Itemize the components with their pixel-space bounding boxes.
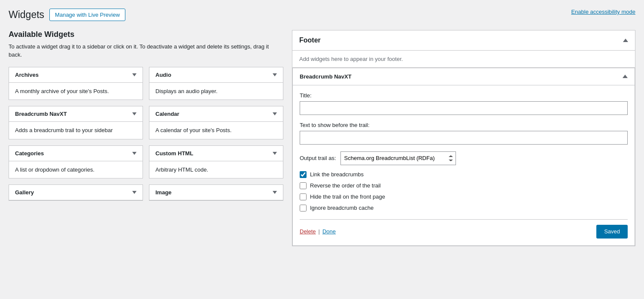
widget-header-calendar[interactable]: Calendar [149,106,283,122]
link-breadcrumbs-label[interactable]: Link the breadcrumbs [310,171,364,178]
page-title-area: Widgets Manage with Live Preview [9,9,125,21]
widget-header-archives[interactable]: Archives [9,67,143,83]
widget-title-calendar: Calendar [155,111,179,117]
ignore-cache-label[interactable]: Ignore breadcrumb cache [310,205,374,211]
widget-header-breadcrumb[interactable]: Breadcrumb NavXT [9,106,143,122]
widget-item-categories[interactable]: Categories A list or dropdown of categor… [9,145,143,179]
widget-header-custom-html[interactable]: Custom HTML [149,146,283,161]
reverse-order-label[interactable]: Reverse the order of the trail [310,182,381,189]
live-preview-button[interactable]: Manage with Live Preview [49,9,125,21]
link-breadcrumbs-row: Link the breadcrumbs [300,171,628,178]
available-widgets-panel: Available Widgets To activate a widget d… [9,30,283,201]
widget-title-image: Image [155,189,172,196]
output-trail-label: Output trail as: [300,155,336,161]
top-bar: Widgets Manage with Live Preview Enable … [9,9,635,21]
collapse-icon[interactable] [623,39,628,42]
widget-desc-audio: Displays an audio player. [149,83,283,100]
footer-actions: Delete | Done [300,228,336,235]
widget-item-custom-html[interactable]: Custom HTML Arbitrary HTML code. [149,145,283,179]
widget-header-gallery[interactable]: Gallery [9,185,143,200]
saved-button[interactable]: Saved [596,225,628,239]
available-widgets-title: Available Widgets [9,30,283,39]
link-breadcrumbs-checkbox[interactable] [300,171,307,178]
delete-link[interactable]: Delete [300,228,316,235]
widget-title-breadcrumb: Breadcrumb NavXT [15,111,67,117]
widget-desc-categories: A list or dropdown of categories. [9,161,143,178]
widget-title-audio: Audio [155,72,171,78]
output-trail-select[interactable]: Schema.org BreadcrumbList (RDFa) Schema.… [340,151,456,165]
chevron-down-icon [132,112,137,115]
checkbox-group: Link the breadcrumbs Reverse the order o… [300,171,628,211]
hide-front-checkbox[interactable] [300,193,307,200]
available-widgets-desc: To activate a widget drag it to a sideba… [9,42,283,59]
text-before-input[interactable] [300,131,628,145]
widget-desc-calendar: A calendar of your site's Posts. [149,122,283,139]
title-field-group: Title: [300,92,628,115]
text-before-field-group: Text to show before the trail: [300,122,628,145]
footer-panel-desc: Add widgets here to appear in your foote… [292,51,635,68]
ignore-cache-checkbox[interactable] [300,205,307,211]
widget-item-archives[interactable]: Archives A monthly archive of your site'… [9,67,143,100]
breadcrumb-widget-title: Breadcrumb NavXT [300,73,352,80]
accessibility-link[interactable]: Enable accessibility mode [571,9,635,15]
widget-footer: Delete | Done Saved [300,219,628,239]
page-title: Widgets [9,9,44,21]
chevron-down-icon [132,152,137,155]
widget-item-image[interactable]: Image [149,184,283,201]
footer-panel: Footer Add widgets here to appear in you… [292,30,635,246]
widget-header-image[interactable]: Image [149,185,283,200]
widget-title-categories: Categories [15,150,44,157]
widget-title-gallery: Gallery [15,189,34,196]
main-content: Available Widgets To activate a widget d… [9,30,635,246]
chevron-down-icon [273,191,277,194]
reverse-order-row: Reverse the order of the trail [300,182,628,189]
chevron-down-icon [273,152,277,155]
done-link[interactable]: Done [322,228,336,235]
widget-item-gallery[interactable]: Gallery [9,184,143,201]
title-input[interactable] [300,101,628,115]
widget-desc-archives: A monthly archive of your site's Posts. [9,83,143,100]
breadcrumb-widget-body: Title: Text to show before the trail: Ou… [293,85,635,245]
widget-item-breadcrumb[interactable]: Breadcrumb NavXT Adds a breadcrumb trail… [9,106,143,139]
widget-item-audio[interactable]: Audio Displays an audio player. [149,67,283,100]
chevron-down-icon [273,112,277,115]
separator: | [319,228,320,235]
widgets-grid: Archives A monthly archive of your site'… [9,67,283,201]
widget-item-calendar[interactable]: Calendar A calendar of your site's Posts… [149,106,283,139]
hide-front-label[interactable]: Hide the trail on the front page [310,193,385,200]
widget-title-archives: Archives [15,72,39,78]
hide-front-row: Hide the trail on the front page [300,193,628,200]
reverse-order-checkbox[interactable] [300,182,307,189]
output-trail-row: Output trail as: Schema.org BreadcrumbLi… [300,151,628,165]
widget-title-custom-html: Custom HTML [155,150,193,157]
chevron-down-icon [273,73,277,76]
breadcrumb-navxt-widget: Breadcrumb NavXT Title: Text to show bef… [292,68,635,246]
text-before-label: Text to show before the trail: [300,122,628,128]
footer-header: Footer [292,30,635,51]
chevron-down-icon [132,191,137,194]
widget-header-audio[interactable]: Audio [149,67,283,83]
footer-panel-title: Footer [299,36,321,44]
chevron-down-icon [132,73,137,76]
ignore-cache-row: Ignore breadcrumb cache [300,205,628,211]
widget-desc-breadcrumb: Adds a breadcrumb trail to your sidebar [9,122,143,139]
title-label: Title: [300,92,628,99]
widget-header-categories[interactable]: Categories [9,146,143,161]
breadcrumb-widget-header[interactable]: Breadcrumb NavXT [293,68,635,85]
widget-desc-custom-html: Arbitrary HTML code. [149,161,283,178]
collapse-widget-icon[interactable] [623,75,628,78]
